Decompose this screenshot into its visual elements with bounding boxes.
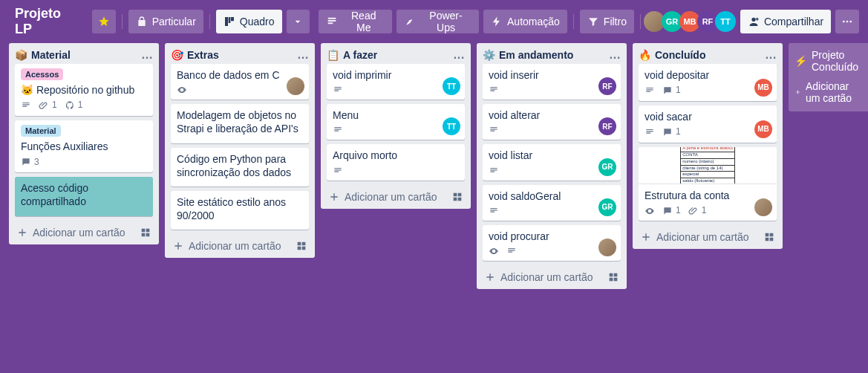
description-badge xyxy=(333,85,343,95)
label[interactable]: Acessos xyxy=(21,68,63,80)
badges xyxy=(489,125,615,135)
badges xyxy=(489,85,615,95)
card[interactable]: void listarGR xyxy=(483,144,621,180)
plus-icon xyxy=(16,227,28,239)
card-member[interactable]: MB xyxy=(754,79,772,97)
list-header[interactable]: ⚙️ Em andamento … xyxy=(477,43,627,64)
description-badge xyxy=(645,127,655,137)
list-header[interactable]: 🎯 Extras … xyxy=(165,43,315,64)
watch-badge xyxy=(489,246,499,256)
board: 📦 Material …Acessos🐱 Repositório no gith… xyxy=(0,43,868,373)
list-header[interactable]: 📦 Material … xyxy=(9,43,159,64)
badges: 11 xyxy=(21,100,147,111)
add-card-label: Adicionar um cartão xyxy=(806,80,864,104)
card[interactable]: Arquivo morto xyxy=(327,144,465,180)
card[interactable]: void saldoGeralGR xyxy=(483,185,621,221)
list-menu-button[interactable]: … xyxy=(297,49,309,61)
card-title: Estrutura da conta xyxy=(645,189,771,202)
list: 🔥 Concluído …void depositar1MBvoid sacar… xyxy=(633,43,783,249)
card-member[interactable]: MB xyxy=(754,120,772,138)
card-member[interactable] xyxy=(598,239,616,256)
list-title: A fazer xyxy=(343,49,448,61)
add-card-button[interactable]: Adicionar um cartão xyxy=(633,225,783,249)
add-card-label: Adicionar um cartão xyxy=(656,231,749,243)
list-title: Material xyxy=(31,49,137,61)
list-menu-button[interactable]: … xyxy=(765,49,777,61)
label[interactable]: Material xyxy=(21,125,61,137)
lock-icon xyxy=(136,16,148,27)
card-member[interactable]: TT xyxy=(443,77,460,95)
add-card-button[interactable]: Adicionar um cartão xyxy=(477,265,627,289)
plus-icon xyxy=(640,231,652,243)
card-member[interactable] xyxy=(287,77,304,95)
divider xyxy=(573,14,574,29)
card[interactable]: Código em Python para sincronização dos … xyxy=(171,148,309,186)
card[interactable]: Site estático estilo anos 90/2000 xyxy=(171,191,309,230)
list-icon: 📦 xyxy=(15,49,27,61)
svg-point-0 xyxy=(843,21,845,23)
card[interactable]: void depositar1MB xyxy=(639,64,777,101)
card[interactable]: MenuTT xyxy=(327,104,465,140)
add-card-button[interactable]: Adicionar um cartão xyxy=(789,76,868,111)
card[interactable]: Acessos🐱 Repositório no github11 xyxy=(15,64,153,116)
star-button[interactable] xyxy=(92,10,116,33)
view-dropdown-button[interactable] xyxy=(287,10,310,33)
board-icon xyxy=(223,16,235,27)
doc-icon xyxy=(326,16,338,27)
card-title: Menu xyxy=(333,108,459,122)
filter-button[interactable]: Filtro xyxy=(580,10,634,33)
list-header[interactable]: 📋 A fazer … xyxy=(321,43,471,64)
card-member[interactable]: GR xyxy=(598,158,616,176)
card[interactable]: void procurar xyxy=(483,225,621,261)
template-icon[interactable] xyxy=(607,271,619,283)
cards: Banco de dados em CModelagem de objetos … xyxy=(165,64,315,234)
list-menu-button[interactable]: … xyxy=(609,49,621,61)
template-icon[interactable] xyxy=(451,191,463,203)
card-title: Funções Auxiliares xyxy=(21,140,147,153)
share-button[interactable]: Compartilhar xyxy=(740,10,831,33)
add-card-label: Adicionar um cartão xyxy=(189,240,281,252)
card[interactable]: MaterialFunções Auxiliares3 xyxy=(15,120,153,172)
readme-label: Read Me xyxy=(342,10,385,33)
card-title: Arquivo morto xyxy=(333,149,459,162)
list-header[interactable]: 🔥 Concluído … xyxy=(633,43,783,64)
card[interactable]: Acesso código compartilhado xyxy=(15,177,153,215)
powerups-button[interactable]: Power-Ups xyxy=(397,10,479,33)
badges: 3 xyxy=(21,157,147,169)
card[interactable]: void imprimirTT xyxy=(327,64,465,100)
card[interactable]: void inserirRF xyxy=(483,64,621,100)
card[interactable]: void sacar1MB xyxy=(639,106,777,143)
list-icon: 🎯 xyxy=(171,49,183,61)
add-card-button[interactable]: Adicionar um cartão xyxy=(321,185,471,209)
template-icon[interactable] xyxy=(763,231,775,243)
badges xyxy=(489,206,615,216)
card[interactable]: Modelagem de objetos no Strapi e liberaç… xyxy=(171,104,309,143)
template-icon[interactable] xyxy=(140,227,151,239)
readme-button[interactable]: Read Me xyxy=(319,10,392,33)
view-button[interactable]: Quadro xyxy=(216,10,282,33)
card[interactable]: A pilha é estrutura abaixo CONTAnumero (… xyxy=(639,147,777,221)
template-icon[interactable] xyxy=(296,240,307,252)
board-menu-button[interactable] xyxy=(835,10,859,33)
badges: 1 xyxy=(645,126,771,138)
description-badge xyxy=(21,100,31,111)
visibility-button[interactable]: Particular xyxy=(128,10,203,33)
card-member[interactable]: GR xyxy=(598,198,616,216)
plus-icon xyxy=(484,271,496,283)
avatar[interactable]: TT xyxy=(715,11,736,32)
list-menu-button[interactable]: … xyxy=(453,49,465,61)
list-title: Concluído xyxy=(655,49,760,61)
add-card-button[interactable]: Adicionar um cartão xyxy=(165,234,315,258)
board-title[interactable]: Projeto LP xyxy=(9,4,88,39)
list-menu-button[interactable]: … xyxy=(141,49,153,61)
members-row[interactable]: GR MB RF TT xyxy=(647,11,736,32)
add-card-button[interactable]: Adicionar um cartão xyxy=(9,221,159,244)
list-icon: 🔥 xyxy=(639,49,650,61)
divider xyxy=(640,14,641,29)
automation-button[interactable]: Automação xyxy=(483,10,567,33)
list-collapsed[interactable]: ⚡ Projeto Concluído Adicionar um cartão xyxy=(789,43,868,111)
card-member[interactable]: RF xyxy=(598,77,616,95)
badges xyxy=(489,166,615,176)
card[interactable]: Banco de dados em C xyxy=(171,64,309,100)
card[interactable]: void alterarRF xyxy=(483,104,621,140)
